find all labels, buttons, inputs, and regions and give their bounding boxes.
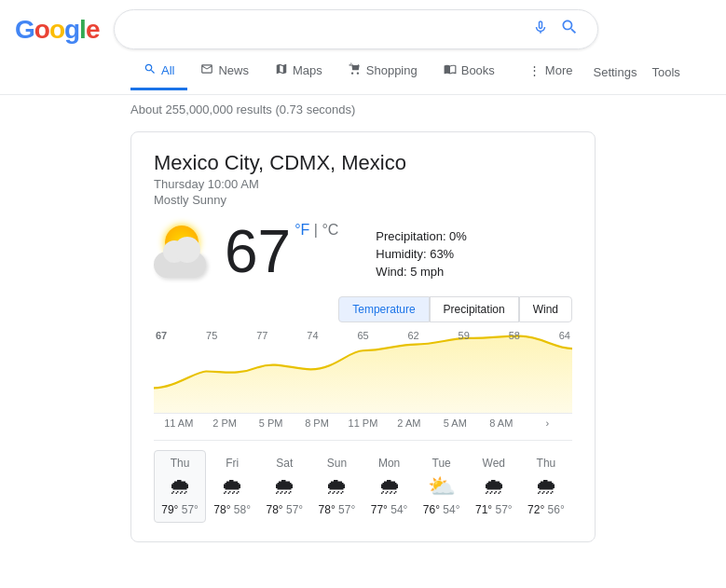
microphone-icon[interactable]	[532, 19, 549, 40]
logo-e: e	[86, 15, 100, 45]
day-fri[interactable]: Fri 🌧 78° 58°	[206, 450, 258, 523]
unit-fahrenheit[interactable]: °F	[295, 222, 309, 238]
unit-celsius[interactable]: °C	[322, 222, 338, 238]
time-label-3: 8 PM	[294, 417, 339, 429]
nav-item-books[interactable]: Books	[431, 53, 508, 90]
time-label-5: 2 AM	[386, 417, 431, 429]
shopping-icon	[349, 62, 362, 78]
google-logo[interactable]: Google	[15, 15, 99, 45]
news-icon	[200, 62, 213, 78]
temp-label-0: 67	[156, 330, 167, 341]
time-label-2: 5 PM	[248, 417, 294, 429]
weather-condition-icon	[154, 222, 213, 281]
logo-l: l	[79, 15, 86, 45]
chart-time-labels: 11 AM 2 PM 5 PM 8 PM 11 PM 2 AM 5 AM 8 A…	[154, 414, 572, 429]
nav-more-label: More	[545, 63, 573, 77]
maps-icon	[275, 62, 288, 78]
temp-label-5: 62	[407, 330, 418, 341]
temp-label-2: 77	[256, 330, 267, 341]
logo-o2: o	[49, 15, 64, 45]
day-wed[interactable]: Wed 🌧 71° 57°	[468, 450, 520, 523]
logo-o1: o	[34, 15, 49, 45]
day-tue[interactable]: Tue ⛅ 76° 54°	[416, 450, 468, 523]
temperature-unit: °F | °C	[295, 222, 338, 239]
weather-details: Precipitation: 0% Humidity: 63% Wind: 5 …	[376, 222, 467, 279]
time-label-6: 5 AM	[432, 417, 478, 429]
all-icon	[144, 62, 157, 78]
search-input[interactable]: weather mexico city	[130, 21, 525, 38]
nav-all-label: All	[161, 63, 174, 77]
nav-news-label: News	[218, 63, 249, 77]
weather-left: 67 °F | °C	[154, 222, 338, 281]
nav-shopping-label: Shopping	[366, 63, 418, 77]
logo-g2: g	[64, 15, 79, 45]
nav-maps-label: Maps	[293, 63, 322, 77]
day-thu-1[interactable]: Thu 🌧 79° 57°	[154, 450, 206, 523]
time-label-0: 11 AM	[156, 417, 201, 429]
nav-item-shopping[interactable]: Shopping	[336, 53, 431, 90]
day-mon[interactable]: Mon 🌧 77° 54°	[363, 450, 416, 523]
books-icon	[444, 62, 457, 78]
day-thu-2[interactable]: Thu 🌧 72° 56°	[520, 450, 572, 523]
nav-item-all[interactable]: All	[130, 53, 187, 90]
weather-main: 67 °F | °C Precipitation: 0% Humidity: 6…	[154, 222, 572, 281]
temp-label-6: 59	[459, 330, 470, 341]
humidity-detail: Humidity: 63%	[376, 247, 467, 261]
temp-label-3: 74	[307, 330, 318, 341]
header: Google weather mexico city	[0, 0, 726, 49]
time-label-arrow: ›	[525, 417, 570, 429]
search-bar: weather mexico city	[114, 9, 598, 49]
settings-link[interactable]: Settings	[585, 56, 644, 89]
temperature-display: 67 °F | °C	[225, 222, 338, 281]
chart-temp-labels: 67 75 77 74 65 62 59 58 64	[154, 330, 572, 341]
nav-item-maps[interactable]: Maps	[262, 53, 336, 90]
temperature-chart: 67 75 77 74 65 62 59 58 64	[154, 330, 572, 414]
day-forecast: Thu 🌧 79° 57° Fri 🌧 78° 58° Sat 🌧 78° 57…	[154, 440, 572, 523]
nav-books-label: Books	[461, 63, 495, 77]
wind-detail: Wind: 5 mph	[376, 265, 467, 279]
more-icon: ⋮	[528, 63, 541, 77]
search-icon[interactable]	[556, 18, 582, 41]
chart-svg	[154, 330, 572, 413]
weather-description: Mostly Sunny	[154, 193, 572, 207]
tab-temperature[interactable]: Temperature	[338, 296, 429, 322]
time-label-4: 11 PM	[340, 417, 386, 429]
temp-label-4: 65	[357, 330, 368, 341]
precipitation-detail: Precipitation: 0%	[376, 229, 467, 243]
weather-tabs: Temperature Precipitation Wind	[154, 296, 572, 322]
weather-card: Mexico City, CDMX, Mexico Thursday 10:00…	[130, 131, 596, 542]
navigation: All News Maps Shopping Books ⋮ More Sett…	[0, 49, 726, 95]
temperature-value: 67	[225, 222, 291, 281]
weather-location: Mexico City, CDMX, Mexico	[154, 151, 572, 175]
time-label-7: 8 AM	[478, 417, 524, 429]
day-sat[interactable]: Sat 🌧 78° 57°	[258, 450, 310, 523]
temp-label-1: 75	[206, 330, 217, 341]
tools-link[interactable]: Tools	[644, 56, 687, 89]
temp-label-7: 58	[509, 330, 520, 341]
tab-wind[interactable]: Wind	[519, 296, 572, 322]
temp-label-8: 64	[559, 330, 570, 341]
time-label-1: 2 PM	[201, 417, 247, 429]
weather-time: Thursday 10:00 AM	[154, 177, 572, 191]
tab-precipitation[interactable]: Precipitation	[430, 296, 519, 322]
nav-item-news[interactable]: News	[187, 53, 262, 90]
results-count: About 255,000,000 results (0.73 seconds)	[0, 95, 726, 124]
day-sun[interactable]: Sun 🌧 78° 57°	[310, 450, 363, 523]
nav-item-more[interactable]: ⋮ More	[515, 54, 586, 89]
logo-g: G	[15, 15, 34, 45]
